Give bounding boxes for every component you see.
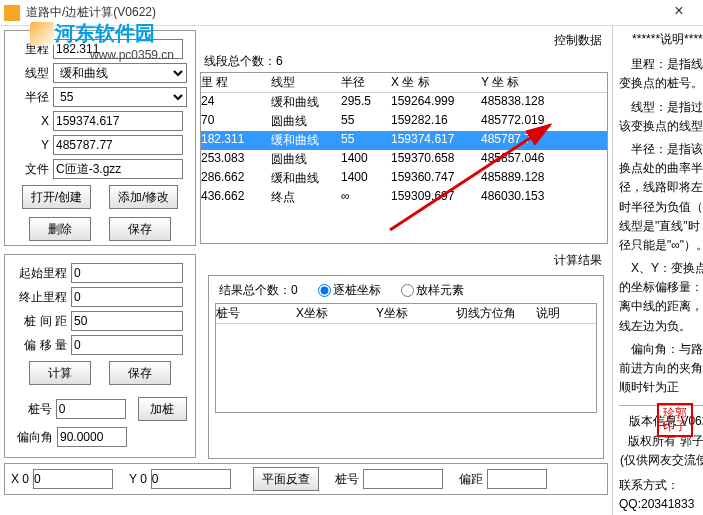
xianxing-label: 线型 — [11, 65, 49, 82]
x0-input[interactable] — [33, 469, 113, 489]
y-input[interactable] — [53, 135, 183, 155]
save-control-button[interactable]: 保存 — [109, 217, 171, 241]
y-label: Y — [11, 138, 49, 152]
window-title: 道路中/边桩计算(V0622) — [26, 4, 659, 21]
explain-p2: 线型：是指过了该变换点的线型。 — [619, 98, 703, 136]
explain-p4: X、Y：变换点处的坐标偏移量：偏离中线的距离，中线左边为负。 — [619, 259, 703, 336]
xianxing-select[interactable]: 缓和曲线 — [53, 63, 187, 83]
addpile-button[interactable]: 加桩 — [138, 397, 187, 421]
control-table-header: 里 程 线型 半径 X 坐 标 Y 坐 标 — [201, 73, 607, 93]
y0-input[interactable] — [151, 469, 231, 489]
bottom-zh-label: 桩号 — [335, 471, 359, 488]
pj-label: 偏距 — [459, 471, 483, 488]
results-table-header: 桩号 X坐标 Y坐标 切线方位角 说明 — [216, 304, 596, 324]
results-table[interactable]: 桩号 X坐标 Y坐标 切线方位角 说明 — [215, 303, 597, 413]
explain-panel: ******说明****** 里程：是指线型变换点的桩号。 线型：是指过了该变换… — [612, 26, 703, 515]
contact1: 联系方式： — [619, 476, 703, 495]
x-label: X — [11, 114, 49, 128]
bottom-zh-input[interactable] — [363, 469, 443, 489]
radio-zhuzhang[interactable]: 逐桩坐标 — [318, 282, 381, 299]
control-table[interactable]: 里 程 线型 半径 X 坐 标 Y 坐 标 24缓和曲线295.5159264.… — [200, 72, 608, 244]
interval-input[interactable] — [71, 311, 183, 331]
end-input[interactable] — [71, 287, 183, 307]
offset-label: 偏 移 量 — [11, 337, 67, 354]
app-icon — [4, 5, 20, 21]
x0-label: X 0 — [11, 472, 29, 486]
table-row[interactable]: 70圆曲线55159282.16485772.019 — [201, 112, 607, 131]
table-row[interactable]: 286.662缓和曲线1400159360.747485889.128 — [201, 169, 607, 188]
start-input[interactable] — [71, 263, 183, 283]
segcount-label: 线段总个数： — [204, 54, 276, 68]
calc-result-label: 计算结果 — [204, 250, 608, 271]
start-label: 起始里程 — [11, 265, 67, 282]
table-row[interactable]: 253.083圆曲线1400159370.658485857.046 — [201, 150, 607, 169]
save-result-button[interactable]: 保存 — [109, 361, 171, 385]
zh-label: 桩号 — [11, 401, 52, 418]
licheng-input[interactable] — [53, 39, 183, 59]
total-label: 结果总个数： — [219, 283, 291, 297]
end-label: 终止里程 — [11, 289, 67, 306]
explain-p1: 里程：是指线型变换点的桩号。 — [619, 55, 703, 93]
x-input[interactable] — [53, 111, 183, 131]
segcount-value: 6 — [276, 54, 283, 68]
ver3: (仅供网友交流使用) — [619, 451, 703, 470]
calc-button[interactable]: 计算 — [29, 361, 91, 385]
offset-input[interactable] — [71, 335, 183, 355]
pxj-label: 偏向角 — [11, 429, 53, 446]
banjing-select[interactable]: 55 — [53, 87, 187, 107]
pj-input[interactable] — [487, 469, 547, 489]
wenjian-input[interactable] — [53, 159, 183, 179]
zh-input[interactable] — [56, 399, 126, 419]
pxj-input[interactable] — [57, 427, 127, 447]
explain-p3: 半径：是指该变换点处的曲率半径，线路即将左转时半径为负值（当线型是"直线"时，半… — [619, 140, 703, 255]
add-modify-button[interactable]: 添加/修改 — [109, 185, 178, 209]
control-data-label: 控制数据 — [200, 30, 608, 51]
pmfc-button[interactable]: 平面反查 — [253, 467, 319, 491]
radio-fangyang[interactable]: 放样元素 — [401, 282, 464, 299]
banjing-label: 半径 — [11, 89, 49, 106]
open-create-button[interactable]: 打开/创建 — [22, 185, 91, 209]
table-row[interactable]: 24缓和曲线295.5159264.999485838.128 — [201, 93, 607, 112]
wenjian-label: 文件 — [11, 161, 49, 178]
total-value: 0 — [291, 283, 298, 297]
delete-button[interactable]: 删除 — [29, 217, 91, 241]
close-icon[interactable]: × — [659, 0, 699, 26]
licheng-label: 里程 — [11, 41, 49, 58]
contact2: QQ:20341833 — [619, 495, 703, 514]
titlebar: 道路中/边桩计算(V0622) × — [0, 0, 703, 26]
stamp: 珍郭印子 — [657, 403, 693, 437]
interval-label: 桩 间 距 — [11, 313, 67, 330]
table-row[interactable]: 182.311缓和曲线55159374.617485787.77 — [201, 131, 607, 150]
table-row[interactable]: 436.662终点∞159309.697486030.153 — [201, 188, 607, 207]
explain-title: ******说明****** — [619, 30, 703, 49]
explain-p5: 偏向角：与路线前进方向的夹角，顺时针为正 — [619, 340, 703, 398]
y0-label: Y 0 — [129, 472, 147, 486]
